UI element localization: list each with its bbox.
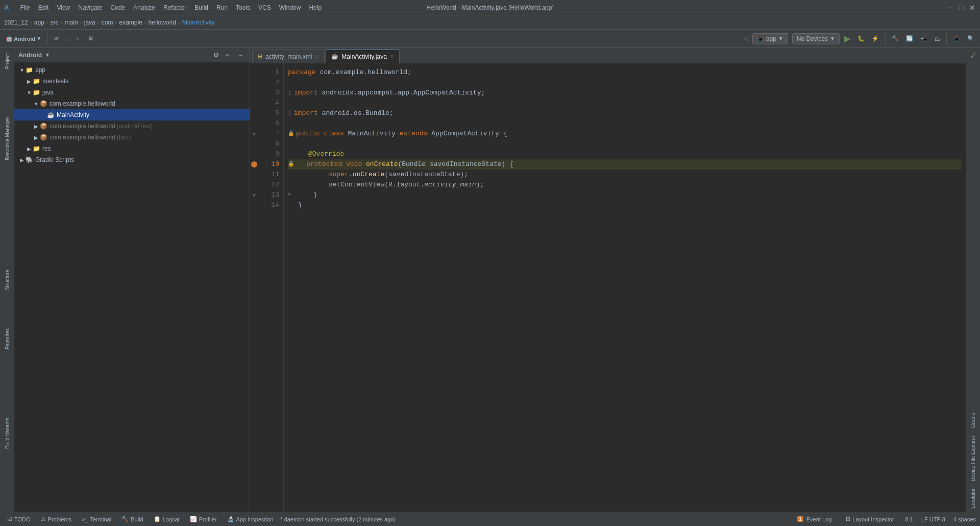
code-editor: ▼ ▼ 1 2 3 4 5 6 [250, 63, 966, 512]
minimize-button[interactable]: ─ [946, 4, 953, 11]
debug-button[interactable]: 🐛 [855, 34, 867, 43]
app-inspection-tab[interactable]: 🔬 App Inspection [224, 515, 277, 523]
breadcrumb-app[interactable]: app [34, 19, 44, 26]
gear-icon[interactable]: ⚙ [211, 50, 221, 60]
problems-icon: ⚠ [41, 516, 46, 522]
problems-label: Problems [48, 516, 71, 522]
collapse-icon[interactable]: ⇐ [74, 34, 84, 43]
menu-navigate[interactable]: Navigate [75, 3, 105, 12]
app-selector[interactable]: 📱 app ▼ [752, 33, 788, 44]
menu-edit[interactable]: Edit [35, 3, 52, 12]
build-icon[interactable]: 🔨 [889, 34, 901, 43]
tree-item-app[interactable]: ▼ 📁 app [14, 64, 250, 76]
menu-tools[interactable]: Tools [233, 3, 253, 12]
title-bar: A File Edit View Navigate Code Analyze R… [0, 0, 980, 15]
project-icon[interactable]: Project [1, 50, 13, 72]
hide-panel-icon[interactable]: − [235, 50, 246, 60]
run-button[interactable]: ▶ [842, 32, 853, 45]
breadcrumb-example[interactable]: example [119, 19, 142, 26]
tree-item-manifests[interactable]: ▶ 📁 manifests [14, 76, 250, 87]
fold-marker-7[interactable]: ▼ [252, 131, 257, 137]
code-line-10: 🔒 protected void onCreate(Bundle savedIn… [288, 159, 962, 170]
breadcrumb-helloworld[interactable]: helloworld [149, 19, 176, 26]
tree-item-mainactivity[interactable]: ☕ MainActivity [14, 109, 250, 121]
breadcrumb-src[interactable]: src [51, 19, 59, 26]
problems-tab[interactable]: ⚠ Problems [38, 515, 75, 523]
xml-tab-icon: ⊞ [258, 53, 262, 60]
profile-button[interactable]: ⚡ [869, 34, 881, 43]
package-icon: 📦 [40, 100, 47, 107]
menu-run[interactable]: Run [213, 3, 231, 12]
device-manager-icon[interactable]: 📱 [950, 34, 963, 43]
sdk-manager-icon[interactable]: 🗂 [932, 34, 943, 43]
app-inspection-icon: 🔬 [227, 516, 234, 522]
menu-analyze[interactable]: Analyze [130, 3, 158, 12]
breadcrumb-mainactivity[interactable]: MainActivity [182, 19, 215, 26]
menu-refactor[interactable]: Refactor [160, 3, 189, 12]
tab-mainactivity-java[interactable]: ☕ MainActivity.java ✕ [326, 50, 399, 63]
gradle-sync-icon[interactable]: 🔄 [903, 34, 916, 43]
menu-view[interactable]: View [54, 3, 73, 12]
menu-build[interactable]: Build [191, 3, 211, 12]
menu-code[interactable]: Code [108, 3, 129, 12]
gradle-sidebar-item[interactable]: Gradle [969, 410, 977, 431]
tree-item-package-androidtest[interactable]: ▶ 📦 com.example.helloworld (androidTest) [14, 121, 250, 132]
profiler-tab[interactable]: 📈 Profiler [187, 515, 220, 523]
settings-icon[interactable]: ⚙ [86, 34, 96, 43]
back-navigation-icon[interactable]: ◁ [741, 34, 750, 43]
app-selector-chevron: ▼ [778, 36, 783, 41]
panel-dropdown-icon[interactable]: ▼ [45, 52, 50, 58]
build-variants-icon[interactable]: Build Variants [1, 415, 13, 452]
layout-inspector-tab[interactable]: ⊞ Layout Inspector [843, 515, 897, 523]
maximize-button[interactable]: □ [958, 4, 965, 11]
title-bar-left: A File Edit View Navigate Code Analyze R… [4, 3, 325, 12]
tree-item-res[interactable]: ▶ 📁 res [14, 143, 250, 154]
gradle-icon: 🐘 [26, 156, 33, 163]
menu-help[interactable]: Help [306, 3, 325, 12]
menu-window[interactable]: Window [276, 3, 304, 12]
code-content[interactable]: package com.example.helloworld; | import… [284, 63, 966, 512]
line-num-12: 12 [258, 180, 279, 190]
debug-breakpoint[interactable] [251, 161, 257, 168]
event-log-tab[interactable]: 1 Event Log [794, 515, 835, 523]
app-logo-icon: A [4, 4, 9, 11]
breadcrumb-bar: 2021_12 › app › src › main › java › com … [0, 15, 980, 30]
window-title: HelloWorld - MainActivity.java [HelloWor… [426, 4, 553, 11]
sync-icon[interactable]: ⟳ [52, 34, 61, 43]
device-file-explorer-item[interactable]: Device File Explorer [969, 433, 977, 484]
emulator-item[interactable]: Emulator [969, 485, 977, 512]
tree-item-package-test[interactable]: ▶ 📦 com.example.helloworld (test) [14, 132, 250, 143]
tree-item-java[interactable]: ▼ 📁 java [14, 87, 250, 98]
logcat-icon: 📋 [154, 516, 161, 522]
structure-icon[interactable]: Structure [1, 267, 13, 294]
minimize-panel-icon[interactable]: − [98, 34, 106, 43]
logcat-tab[interactable]: 📋 Logcat [151, 515, 183, 523]
tree-item-package-main[interactable]: ▼ 📦 com.example.helloworld [14, 98, 250, 109]
android-dropdown[interactable]: 🤖 Android ▼ [3, 34, 44, 43]
tree-label-package-main: com.example.helloworld [50, 100, 115, 107]
terminal-tab[interactable]: >_ Terminal [79, 515, 114, 523]
device-selector[interactable]: No Devices ▼ [792, 33, 840, 44]
close-button[interactable]: ✕ [969, 4, 976, 11]
collapse-all-icon[interactable]: ⇐ [223, 50, 233, 60]
search-everywhere-icon[interactable]: 🔍 [965, 34, 977, 43]
breadcrumb-2021-12[interactable]: 2021_12 [4, 19, 28, 26]
tab-close-xml[interactable]: ✕ [315, 54, 319, 59]
right-sidebar: ✓ Gradle Device File Explorer Emulator [966, 48, 980, 512]
tab-activity-main-xml[interactable]: ⊞ activity_main.xml ✕ [252, 50, 325, 63]
line-numbers: 1 2 3 4 5 6 7 8 9 10 11 12 13 14 [258, 63, 284, 512]
menu-vcs[interactable]: VCS [255, 3, 274, 12]
resource-manager-icon[interactable]: Resource Manager [1, 114, 13, 163]
fold-marker-13[interactable]: ▼ [252, 193, 257, 198]
tree-item-gradle[interactable]: ▶ 🐘 Gradle Scripts [14, 154, 250, 165]
menu-file[interactable]: File [17, 3, 33, 12]
breadcrumb-main[interactable]: main [65, 19, 78, 26]
avd-manager-icon[interactable]: 📲 [918, 34, 930, 43]
tab-close-java[interactable]: ✕ [390, 54, 394, 59]
todo-tab[interactable]: ☑ TODO [4, 515, 34, 523]
breadcrumb-java[interactable]: java [84, 19, 95, 26]
favorites-icon[interactable]: Favorites [1, 325, 13, 352]
expand-all-icon[interactable]: ≡ [63, 34, 71, 43]
build-tab[interactable]: 🔨 Build [118, 515, 146, 523]
breadcrumb-com[interactable]: com [102, 19, 113, 26]
